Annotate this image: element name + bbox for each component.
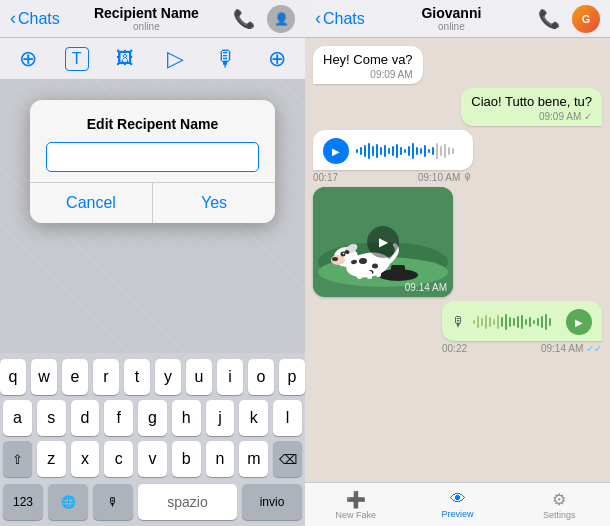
settings-icon: ⚙ — [552, 490, 566, 509]
svg-point-13 — [372, 264, 378, 269]
key-i[interactable]: i — [217, 359, 243, 395]
chat-toolbar: ⊕ T 🖼 ▷ 🎙 ⊕ — [0, 38, 305, 80]
cancel-button[interactable]: Cancel — [30, 183, 153, 223]
key-o[interactable]: o — [248, 359, 274, 395]
edit-dialog: Edit Recipent Name Cancel Yes — [30, 100, 275, 223]
keyboard: q w e r t y u i o p a s d f g h j k — [0, 353, 305, 526]
add-icon[interactable]: ⊕ — [14, 46, 42, 72]
svg-point-8 — [332, 257, 338, 261]
right-panel: ‹ Chats Giovanni online 📞 G Hey! Come va… — [305, 0, 610, 526]
preview-icon: 👁 — [450, 490, 466, 508]
mic-icon[interactable]: 🎙 — [212, 46, 240, 72]
phone-icon[interactable]: 📞 — [233, 8, 255, 30]
right-chevron-icon: ‹ — [315, 8, 321, 29]
key-f[interactable]: f — [104, 400, 133, 436]
message-sticker: ▶ 09:14 AM — [313, 187, 453, 297]
chat-area: Hey! Come va? 09:09 AM Ciao! Tutto bene,… — [305, 38, 610, 482]
left-panel: ‹ Chats Recipient Name online 📞 👤 ⊕ T 🖼 … — [0, 0, 305, 526]
tab-preview[interactable]: 👁 Preview — [407, 490, 509, 519]
key-e[interactable]: e — [62, 359, 88, 395]
key-w[interactable]: w — [31, 359, 57, 395]
right-avatar: G — [572, 5, 600, 33]
right-header: ‹ Chats Giovanni online 📞 G — [305, 0, 610, 38]
back-button[interactable]: ‹ Chats — [10, 8, 60, 29]
keyboard-bottom-row: 123 🌐 🎙 spazio invio — [0, 484, 305, 526]
key-m[interactable]: m — [239, 441, 268, 477]
backspace-key[interactable]: ⌫ — [273, 441, 302, 477]
play-button-received[interactable]: ▶ — [323, 138, 349, 164]
key-d[interactable]: d — [71, 400, 100, 436]
key-a[interactable]: a — [3, 400, 32, 436]
voice-time-received: 00:17 09:10 AM 🎙 — [313, 172, 473, 183]
key-p[interactable]: p — [279, 359, 305, 395]
key-q[interactable]: q — [0, 359, 26, 395]
globe-key[interactable]: 🌐 — [48, 484, 88, 520]
key-c[interactable]: c — [104, 441, 133, 477]
yes-button[interactable]: Yes — [153, 183, 275, 223]
key-n[interactable]: n — [206, 441, 235, 477]
tab-settings[interactable]: ⚙ Settings — [508, 490, 610, 520]
key-y[interactable]: y — [155, 359, 181, 395]
right-back-label: Chats — [323, 10, 365, 28]
tab-bar: ➕ New Fake 👁 Preview ⚙ Settings — [305, 482, 610, 526]
key-r[interactable]: r — [93, 359, 119, 395]
text-icon[interactable]: T — [65, 47, 89, 71]
key-v[interactable]: v — [138, 441, 167, 477]
edit-name-input[interactable] — [46, 142, 259, 172]
key-x[interactable]: x — [71, 441, 100, 477]
mic-key[interactable]: 🎙 — [93, 484, 133, 520]
voice-duration-sent: 00:22 — [442, 343, 467, 354]
key-row-3: ⇧ z x c v b n m ⌫ — [3, 441, 302, 477]
space-key[interactable]: spazio — [138, 484, 237, 520]
voice-duration-received: 00:17 — [313, 172, 338, 183]
header-center: Recipient Name online — [60, 5, 233, 32]
new-fake-label: New Fake — [336, 510, 377, 520]
shift-key[interactable]: ⇧ — [3, 441, 32, 477]
play-button-sent[interactable]: ▶ — [566, 309, 592, 335]
right-contact-name: Giovanni — [421, 5, 481, 21]
key-b[interactable]: b — [172, 441, 201, 477]
return-key[interactable]: invio — [242, 484, 302, 520]
bubble-received-1: Hey! Come va? 09:09 AM — [313, 46, 423, 84]
waveform-received — [355, 142, 463, 160]
recipient-name: Recipient Name — [94, 5, 199, 21]
key-z[interactable]: z — [37, 441, 66, 477]
msg-time-sent-1: 09:09 AM ✓ — [471, 111, 592, 122]
key-t[interactable]: t — [124, 359, 150, 395]
double-check: ✓✓ — [586, 343, 602, 354]
message-sent-1: Ciao! Tutto bene, tu? 09:09 AM ✓ — [461, 88, 602, 126]
key-l[interactable]: l — [273, 400, 302, 436]
right-status: online — [438, 21, 465, 32]
message-voice-received: ▶ — [313, 130, 473, 183]
right-back-button[interactable]: ‹ Chats — [315, 8, 365, 29]
message-received-1: Hey! Come va? 09:09 AM — [313, 46, 423, 84]
voice-timestamp-sent: 09:14 AM ✓✓ — [541, 343, 602, 354]
new-fake-icon: ➕ — [346, 490, 366, 509]
key-g[interactable]: g — [138, 400, 167, 436]
message-voice-sent: 🎙 — [442, 301, 602, 354]
key-h[interactable]: h — [172, 400, 201, 436]
mic-icon-sent: 🎙 — [452, 314, 466, 330]
numbers-key[interactable]: 123 — [3, 484, 43, 520]
key-s[interactable]: s — [37, 400, 66, 436]
key-k[interactable]: k — [239, 400, 268, 436]
tab-new-fake[interactable]: ➕ New Fake — [305, 490, 407, 520]
key-u[interactable]: u — [186, 359, 212, 395]
right-phone-icon[interactable]: 📞 — [538, 8, 560, 30]
sticker-play-button[interactable]: ▶ — [367, 226, 399, 258]
voice-bubble-received: ▶ — [313, 130, 473, 170]
play-icon[interactable]: ▷ — [162, 46, 190, 72]
voice-timestamp-received: 09:10 AM 🎙 — [418, 172, 473, 183]
sticker-time: 09:14 AM — [405, 282, 447, 293]
key-j[interactable]: j — [206, 400, 235, 436]
image-icon[interactable]: 🖼 — [111, 48, 139, 69]
edit-dialog-buttons: Cancel Yes — [30, 182, 275, 223]
add-right-icon[interactable]: ⊕ — [263, 46, 291, 72]
svg-point-10 — [343, 253, 345, 255]
voice-time-sent: 00:22 09:14 AM ✓✓ — [442, 343, 602, 354]
msg-text-sent-1: Ciao! Tutto bene, tu? — [471, 94, 592, 109]
settings-label: Settings — [543, 510, 576, 520]
waveform-sent — [472, 313, 560, 331]
voice-bubble-sent: 🎙 — [442, 301, 602, 341]
svg-rect-4 — [391, 265, 405, 277]
